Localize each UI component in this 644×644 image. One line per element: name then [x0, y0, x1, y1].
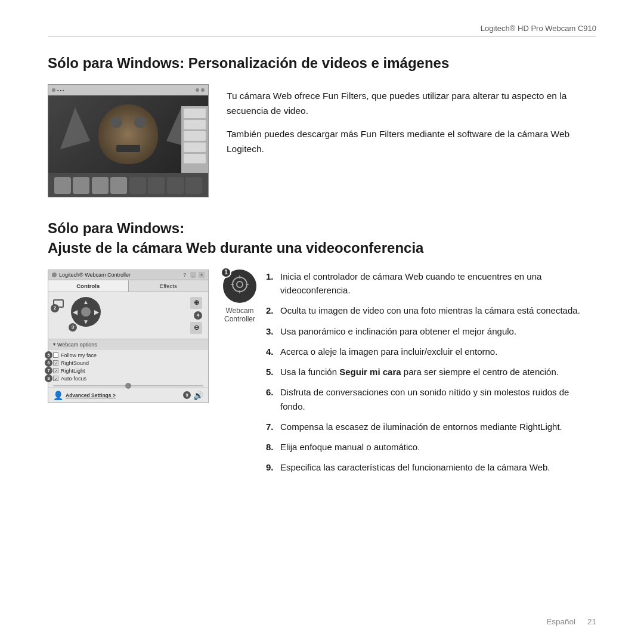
eye-left: [110, 116, 122, 128]
step-7: 7. Compensa la escasez de iluminación de…: [266, 420, 596, 434]
rightlight-checkbox[interactable]: [53, 368, 58, 373]
rightsound-checkbox[interactable]: [53, 360, 58, 366]
side-btn: [184, 154, 206, 163]
step-text-5: Usa la función Seguir mi cara para ser s…: [280, 365, 596, 379]
help-icon: ?: [183, 272, 186, 278]
icon-sq: [54, 177, 71, 194]
titlebar-label: Logitech® Webcam Controller: [59, 272, 181, 278]
step-num-5: 5.: [266, 365, 275, 379]
section1-p1: Tu cámara Web ofrece Fun Filters, que pu…: [227, 89, 596, 119]
wc-right: ⊕ 4 ⊖: [189, 297, 203, 334]
footer-page-number: 21: [587, 617, 596, 626]
advanced-settings-link[interactable]: Advanced Settings >: [66, 392, 181, 398]
page: Logitech® HD Pro Webcam C910 Sólo para W…: [0, 0, 644, 644]
steps-text: 1. Inicia el controlador de cámara Web c…: [266, 270, 596, 481]
checkbox-row-autofocus: 8 Auto-focus: [53, 376, 203, 382]
dpad-wrap: ▲ ▼ ◀ ▶ 3: [71, 297, 101, 327]
section1-text: Tu cámara Web ofrece Fun Filters, que pu…: [227, 84, 596, 197]
options-arrow-icon: ▾: [53, 342, 55, 347]
fun-filters-image: ▪ ▪ ▪: [48, 84, 209, 197]
dot: [196, 88, 199, 92]
checkbox-row-rightsound: 6 RightSound: [53, 360, 203, 366]
rightsound-label: RightSound: [61, 360, 89, 366]
step-num-8: 8.: [266, 440, 275, 454]
close-button[interactable]: ×: [199, 272, 205, 278]
icon-sq: [185, 177, 202, 194]
wc-checkboxes: 5 Follow my face 6 RightSound 7 R: [48, 350, 208, 383]
focus-slider[interactable]: [53, 385, 203, 386]
img-toolbar-top: ▪ ▪ ▪: [48, 85, 208, 95]
minimize-button[interactable]: _: [190, 272, 196, 278]
step-5: 5. Usa la función Seguir mi cara para se…: [266, 365, 596, 379]
options-label-text: Webcam options: [57, 342, 97, 348]
wc-left: 2 ▲ ▼ ◀ ▶: [53, 297, 184, 334]
step-9: 9. Especifica las características del fu…: [266, 460, 596, 474]
step-1: 1. Inicia el controlador de cámara Web c…: [266, 270, 596, 298]
wc-slider-row: [48, 383, 208, 388]
badge-8: 8: [45, 374, 52, 382]
step-text-7: Compensa la escasez de iluminación de en…: [280, 420, 596, 434]
img-main-area: [48, 95, 208, 173]
webcam-controller-label: Webcam Controller: [224, 306, 255, 323]
slider-thumb: [125, 383, 131, 389]
icon-sq: [148, 177, 165, 194]
badge-6: 6: [45, 359, 52, 367]
icon-sq: [129, 177, 146, 194]
dpad-center: [81, 307, 91, 317]
section2-content: Logitech® Webcam Controller ? _ × Contro…: [48, 270, 596, 481]
webcam-ui-wrap: Logitech® Webcam Controller ? _ × Contro…: [48, 270, 209, 481]
wc-bottom-row: 👤 Advanced Settings > 9 🔊: [48, 388, 208, 402]
step-text-3: Usa panorámico e inclinación para obtene…: [280, 324, 596, 338]
step-8: 8. Elija enfoque manual o automático.: [266, 440, 596, 454]
eye-right: [134, 116, 146, 128]
footer: Español 21: [546, 617, 596, 626]
dpad[interactable]: ▲ ▼ ◀ ▶: [71, 297, 101, 327]
checkbox-row-follow: 5 Follow my face: [53, 352, 203, 358]
tab-controls[interactable]: Controls: [48, 280, 129, 292]
wc-titlebar: Logitech® Webcam Controller ? _ ×: [48, 270, 208, 280]
badge-5: 5: [45, 351, 52, 359]
step-text-2: Oculta tu imagen de video con una foto m…: [280, 304, 596, 317]
autofocus-label: Auto-focus: [61, 376, 86, 382]
dpad-down-arrow: ▼: [83, 318, 89, 325]
badge-9: 9: [183, 391, 191, 399]
monitor-wrap: 2: [53, 299, 64, 308]
rightlight-label: RightLight: [61, 368, 85, 374]
dpad-up-arrow: ▲: [83, 299, 89, 305]
wc-top-row: 2 ▲ ▼ ◀ ▶: [53, 297, 184, 327]
section1: Sólo para Windows: Personalización de vi…: [48, 54, 596, 197]
svg-point-0: [233, 277, 247, 292]
section1-title: Sólo para Windows: Personalización de vi…: [48, 54, 596, 72]
step-2: 2. Oculta tu imagen de video con una fot…: [266, 304, 596, 317]
dot: [201, 88, 205, 92]
side-btn: [184, 143, 206, 152]
step-text-9: Especifica las características del funci…: [280, 460, 596, 474]
follow-face-checkbox[interactable]: [53, 352, 58, 358]
zoom-out-button[interactable]: ⊖: [190, 322, 202, 334]
step-text-4: Acerca o aleje la imagen para incluir/ex…: [280, 345, 596, 358]
icon1-wrap: 1 Webcam Co: [223, 270, 256, 481]
icon-sq: [92, 177, 109, 194]
step-num-2: 2.: [266, 304, 275, 317]
step-num-3: 3.: [266, 324, 275, 338]
step-num-4: 4.: [266, 345, 275, 358]
side-btn: [184, 109, 206, 118]
section2-title: Sólo para Windows: Ajuste de la cámara W…: [48, 219, 596, 258]
wing-left: [60, 107, 90, 149]
tab-effects[interactable]: Effects: [129, 280, 209, 292]
titlebar-buttons: _ ×: [190, 272, 205, 278]
img-bottom-icons: [48, 173, 208, 197]
badge-2: 2: [51, 304, 59, 312]
bold-text-seguir: Seguir mi cara: [339, 367, 401, 377]
footer-language: Español: [546, 617, 575, 626]
icon1-circle: 1: [223, 270, 256, 303]
svg-point-1: [237, 281, 243, 287]
mouth: [116, 145, 140, 152]
wc-tabs: Controls Effects: [48, 280, 208, 292]
section2: Sólo para Windows: Ajuste de la cámara W…: [48, 219, 596, 481]
zoom-in-button[interactable]: ⊕: [190, 297, 202, 309]
autofocus-checkbox[interactable]: [53, 376, 58, 381]
badge-7: 7: [45, 367, 52, 374]
wc-options-label: ▾ Webcam options: [48, 339, 208, 350]
icon-sq: [110, 177, 127, 194]
